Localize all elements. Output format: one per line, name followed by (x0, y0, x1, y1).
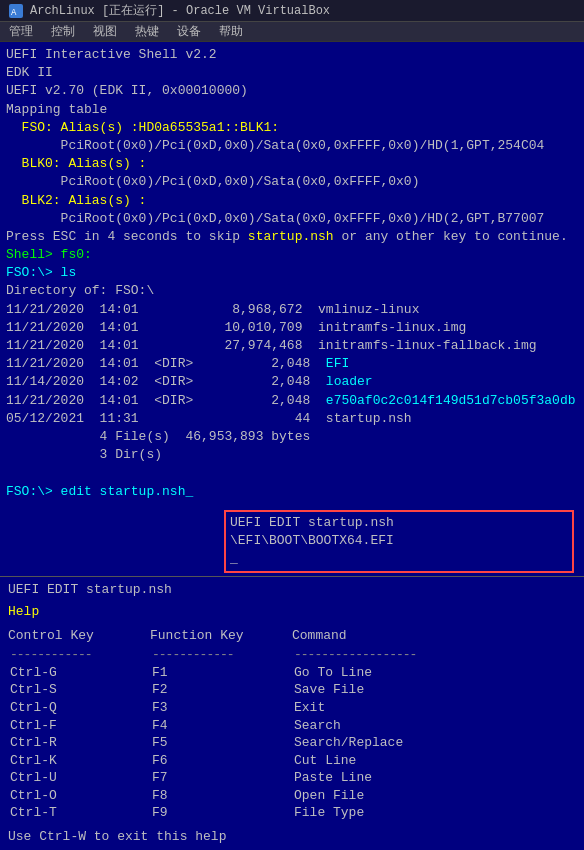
edit-cursor-line: _ (230, 550, 568, 568)
terminal-command-line: FSO:\> edit startup.nsh_ (6, 483, 578, 501)
term-line: BLK2: Alias(s) : (6, 192, 578, 210)
keytable-row: Ctrl-SF2Save File (8, 681, 576, 699)
help-panel: UEFI EDIT startup.nsh Help Control Key F… (0, 576, 584, 850)
term-line: 11/21/2020 14:01 10,010,709 initramfs-li… (6, 319, 578, 337)
command-cell: Exit (292, 699, 576, 717)
fn-key-cell: F7 (150, 769, 292, 787)
keytable-row: Ctrl-KF6Cut Line (8, 752, 576, 770)
ctrl-key-cell: Ctrl-K (8, 752, 150, 770)
term-line: BLK0: Alias(s) : (6, 155, 578, 173)
term-line: 3 Dir(s) (6, 446, 578, 464)
keytable-row: Ctrl-GF1Go To Line (8, 664, 576, 682)
term-line: EDK II (6, 64, 578, 82)
terminal: UEFI Interactive Shell v2.2 EDK II UEFI … (0, 42, 584, 850)
term-line: 11/21/2020 14:01 8,968,672 vmlinuz-linux (6, 301, 578, 319)
ctrl-key-cell: Ctrl-O (8, 787, 150, 805)
term-line: FSO:\> ls (6, 264, 578, 282)
ctrl-key-cell: Ctrl-S (8, 681, 150, 699)
titlebar: A ArchLinux [正在运行] - Oracle VM VirtualBo… (0, 0, 584, 22)
term-line: 11/21/2020 14:01 27,974,468 initramfs-li… (6, 337, 578, 355)
svg-text:A: A (11, 8, 17, 18)
edit-content-line: \EFI\BOOT\BOOTX64.EFI (230, 532, 568, 550)
term-line: 11/21/2020 14:01 <DIR> 2,048 e750af0c2c0… (6, 392, 578, 410)
fn-key-cell: F3 (150, 699, 292, 717)
command-cell: Go To Line (292, 664, 576, 682)
menu-item[interactable]: 视图 (90, 23, 120, 40)
term-line: Mapping table (6, 101, 578, 119)
term-line (6, 464, 578, 482)
command-header: Command (292, 627, 576, 646)
sep2: ------------ (150, 646, 292, 664)
menu-item[interactable]: 设备 (174, 23, 204, 40)
menu-item[interactable]: 管理 (6, 23, 36, 40)
keytable-row: Ctrl-OF8Open File (8, 787, 576, 805)
keytable-row: Ctrl-QF3Exit (8, 699, 576, 717)
term-line: FSO: Alias(s) :HD0a65535a1::BLK1: (6, 119, 578, 137)
keytable-body: Ctrl-GF1Go To LineCtrl-SF2Save FileCtrl-… (8, 664, 576, 822)
keytable-row: Ctrl-FF4Search (8, 717, 576, 735)
sep1: ------------ (8, 646, 150, 664)
help-heading: Help (8, 603, 576, 621)
menu-item[interactable]: 帮助 (216, 23, 246, 40)
ctrl-key-cell: Ctrl-R (8, 734, 150, 752)
fn-key-cell: F8 (150, 787, 292, 805)
fn-key-cell: F2 (150, 681, 292, 699)
term-line: 11/14/2020 14:02 <DIR> 2,048 loader (6, 373, 578, 391)
term-line: PciRoot(0x0)/Pci(0xD,0x0)/Sata(0x0,0xFFF… (6, 173, 578, 191)
edit-dialog: UEFI EDIT startup.nsh \EFI\BOOT\BOOTX64.… (224, 510, 574, 573)
menu-item[interactable]: 控制 (48, 23, 78, 40)
app-icon: A (8, 3, 24, 19)
fn-key-cell: F4 (150, 717, 292, 735)
command-cell: Cut Line (292, 752, 576, 770)
menubar: 管理控制视图热键设备帮助 (0, 22, 584, 42)
ctrl-key-cell: Ctrl-F (8, 717, 150, 735)
fn-key-cell: F1 (150, 664, 292, 682)
fn-key-cell: F9 (150, 804, 292, 822)
command-cell: Search (292, 717, 576, 735)
command-cell: Search/Replace (292, 734, 576, 752)
fn-key-cell: F5 (150, 734, 292, 752)
ctrl-key-header: Control Key (8, 627, 150, 646)
term-line: 11/21/2020 14:01 <DIR> 2,048 EFI (6, 355, 578, 373)
ctrl-key-cell: Ctrl-T (8, 804, 150, 822)
command-cell: Open File (292, 787, 576, 805)
keytable-row: Ctrl-UF7Paste Line (8, 769, 576, 787)
fn-key-header: Function Key (150, 627, 292, 646)
ctrl-key-cell: Ctrl-U (8, 769, 150, 787)
exit-hint: Use Ctrl-W to exit this help (8, 828, 576, 846)
fn-key-cell: F6 (150, 752, 292, 770)
term-line: 05/12/2021 11:31 44 startup.nsh (6, 410, 578, 428)
term-line: Shell> fs0: (6, 246, 578, 264)
term-line: Press ESC in 4 seconds to skip startup.n… (6, 228, 578, 246)
command-cell: File Type (292, 804, 576, 822)
menu-item[interactable]: 热键 (132, 23, 162, 40)
term-line: PciRoot(0x0)/Pci(0xD,0x0)/Sata(0x0,0xFFF… (6, 210, 578, 228)
ctrl-key-cell: Ctrl-Q (8, 699, 150, 717)
window-title: ArchLinux [正在运行] - Oracle VM VirtualBox (30, 2, 576, 19)
keytable-row: Ctrl-TF9File Type (8, 804, 576, 822)
key-reference-table: Control Key Function Key Command -------… (8, 627, 576, 822)
command-cell: Save File (292, 681, 576, 699)
sep3: ------------------ (292, 646, 576, 664)
uefi-edit-status: UEFI EDIT startup.nsh (8, 581, 576, 599)
term-line: UEFI Interactive Shell v2.2 (6, 46, 578, 64)
keytable-row: Ctrl-RF5Search/Replace (8, 734, 576, 752)
term-line: 4 File(s) 46,953,893 bytes (6, 428, 578, 446)
command-cell: Paste Line (292, 769, 576, 787)
term-line: PciRoot(0x0)/Pci(0xD,0x0)/Sata(0x0,0xFFF… (6, 137, 578, 155)
edit-title-line: UEFI EDIT startup.nsh (230, 514, 568, 532)
ctrl-key-cell: Ctrl-G (8, 664, 150, 682)
term-line: Directory of: FSO:\ (6, 282, 578, 300)
term-line: UEFI v2.70 (EDK II, 0x00010000) (6, 82, 578, 100)
